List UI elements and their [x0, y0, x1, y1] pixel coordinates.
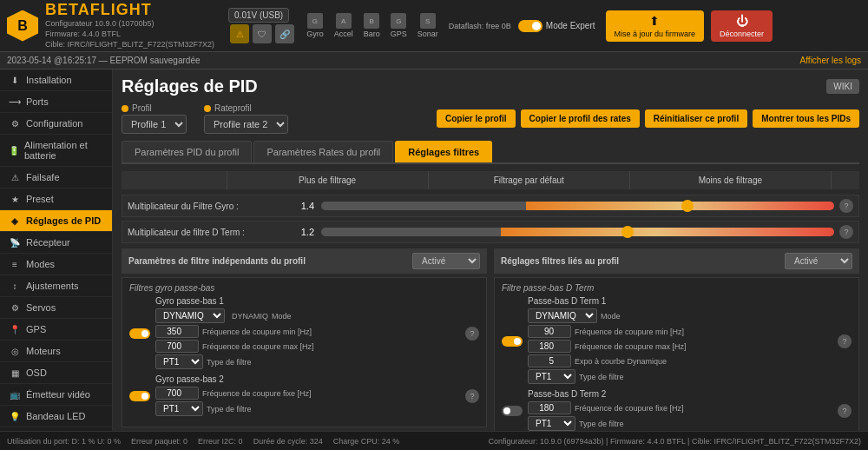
sidebar-item-motors[interactable]: ◎ Moteurs — [0, 341, 112, 362]
tab-pid[interactable]: Paramètres PID du profil — [122, 141, 252, 162]
dterm-lp1-freq-max-input[interactable] — [528, 340, 571, 353]
gyro-lp1-mode-row: DYNAMIQ PT1 BIQUAD DYNAMIQ Mode — [155, 308, 455, 323]
sidebar-item-servos[interactable]: ⚙ Servos — [0, 297, 112, 319]
sidebar-item-gps[interactable]: 📍 GPS — [0, 319, 112, 341]
gyro-lp1-freq-min-input[interactable] — [155, 325, 199, 338]
sidebar-item-led[interactable]: 💡 Bandeau LED — [0, 406, 112, 427]
dterm-lp1-freq-max-row: Fréquence de coupure max [Hz] — [528, 340, 827, 353]
logo-sub2: Firmware: 4.4.0 BTFL — [45, 30, 214, 40]
dterm-lp1-toggle[interactable] — [502, 336, 523, 347]
gyro-lp1-freq-max-input[interactable] — [155, 340, 199, 353]
wiki-button[interactable]: WIKI — [826, 79, 859, 94]
dterm-lp2-type-label: Type de filtre — [579, 420, 624, 428]
copy-profile-button[interactable]: Copier le profil — [437, 109, 516, 128]
sidebar-item-ports[interactable]: ⟶ Ports — [0, 91, 112, 113]
sidebar-item-preset[interactable]: ★ Preset — [0, 189, 112, 210]
gyro-lp1-help[interactable]: ? — [465, 327, 479, 341]
dterm-lp1-freq-min-input[interactable] — [528, 325, 571, 338]
show-all-pids-button[interactable]: Montrer tous les PIDs — [753, 109, 859, 128]
dterm-lp2-help[interactable]: ? — [838, 404, 852, 418]
sidebar-item-adjustments[interactable]: ↕ Ajustements — [0, 275, 112, 297]
gyro-lp2-help[interactable]: ? — [465, 389, 479, 403]
preset-icon: ★ — [9, 195, 21, 204]
mode-expert-toggle[interactable]: Mode Expert — [518, 20, 595, 32]
dterm-lp1-type-select[interactable]: PT1 BIQUAD — [528, 369, 575, 384]
gyro-lp1-mode-select[interactable]: DYNAMIQ PT1 BIQUAD — [155, 308, 225, 323]
dterm-lp1-freq-min-row: Fréquence de coupure min [Hz] — [528, 325, 827, 338]
tab-rates[interactable]: Paramètres Rates du profil — [253, 141, 393, 162]
dterm-lp1-mode-row: DYNAMIQ PT1 Mode — [528, 308, 827, 323]
gyro-icon: G — [307, 13, 323, 29]
show-logs-link[interactable]: Afficher les logs — [800, 56, 861, 65]
receiver-icon: 📡 — [9, 238, 21, 248]
gyro-lp2-toggle[interactable] — [129, 391, 150, 401]
dterm-lp1-mode-select[interactable]: DYNAMIQ PT1 — [528, 308, 597, 323]
gyro-slider-container — [321, 199, 834, 213]
rateprofil-label: Rateprofil — [204, 103, 288, 113]
gyro-multiplier-help[interactable]: ? — [839, 199, 853, 213]
dterm-lp2-freq-input[interactable] — [528, 401, 571, 414]
page-title: Réglages de PID — [122, 76, 258, 96]
firmware-update-button[interactable]: ⬆ Mise à jour du firmware — [606, 10, 705, 42]
profile-group: Profil Profile 1 Profile 2 Profile 3 — [122, 103, 187, 134]
sidebar-item-configuration[interactable]: ⚙ Configuration — [0, 113, 112, 135]
dterm-lp2-type-select[interactable]: PT1 BIQUAD — [528, 416, 575, 431]
copy-rates-button[interactable]: Copier le profil des rates — [521, 109, 640, 128]
gyro-lp2-type-select[interactable]: PT1 BIQUAD — [155, 401, 203, 416]
logo-sub1: Configurateur 10.9.0 (10700b5) — [45, 19, 214, 30]
sidebar-item-installation[interactable]: ⬇ Installation — [0, 69, 112, 91]
tab-filters[interactable]: Réglages filtres — [395, 141, 492, 162]
sidebar-item-vtx[interactable]: 📺 Émetteur vidéo — [0, 384, 112, 406]
sensor-gps: G GPS — [391, 13, 407, 38]
dterm-lp2-toggle[interactable] — [502, 406, 523, 416]
gyro-lp1-title: Gyro passe-bas 1 — [155, 296, 455, 306]
dterm-multiplier-help[interactable]: ? — [839, 225, 853, 239]
save-status: 2023-05-14 @16:25:17 — EEPROM sauvegardé… — [7, 56, 201, 65]
dterm-lp1-expo-input[interactable] — [528, 354, 571, 367]
independent-active-select[interactable]: Activé Désactivé — [412, 253, 480, 269]
sidebar-item-power[interactable]: 🔋 Alimentation et batterie — [0, 135, 112, 167]
firmware-info: Configurateur: 10.9.0 (69794a3b) | Firmw… — [488, 437, 861, 446]
sidebar-item-modes[interactable]: ≡ Modes — [0, 254, 112, 275]
sidebar-item-osd[interactable]: ▦ OSD — [0, 362, 112, 384]
sidebar-item-receiver[interactable]: 📡 Récepteur — [0, 232, 112, 254]
battery-display: 0.01V (USB) — [228, 8, 289, 23]
gyro-lp1-mode-label: DYNAMIQ — [232, 312, 268, 321]
main-layout: ⬇ Installation ⟶ Ports ⚙ Configuration 🔋… — [0, 69, 868, 431]
disconnect-button[interactable]: ⏻ Déconnecter — [711, 10, 773, 42]
servos-icon: ⚙ — [9, 303, 21, 313]
dterm-lp1-type-label: Type de filtre — [579, 373, 624, 381]
sensor-accel: A Accel — [334, 13, 353, 38]
dterm-multiplier-slider[interactable] — [321, 228, 834, 236]
gyro-lp1-content: Gyro passe-bas 1 DYNAMIQ PT1 BIQUAD DYNA… — [155, 296, 455, 371]
gyro-lowpass-title: Filtres gyro passe-bas — [129, 283, 479, 293]
sidebar-item-failsafe[interactable]: ⚠ Failsafe — [0, 167, 112, 189]
sub-bar: 2023-05-14 @16:25:17 — EEPROM sauvegardé… — [0, 52, 868, 69]
profile-select[interactable]: Profile 1 Profile 2 Profile 3 — [122, 115, 187, 134]
sensor-sonar: S Sonar — [418, 13, 438, 38]
gyro-lp2-item: Gyro passe-bas 2 Fréquence de coupure fi… — [129, 374, 479, 418]
gyro-lp1-toggle[interactable] — [129, 328, 150, 339]
profile-label: Profil — [122, 103, 187, 113]
dterm-lp1-expo-label: Expo à courbe Dynamique — [575, 357, 667, 366]
profile-active-select[interactable]: Activé Désactivé — [785, 253, 852, 269]
gyro-multiplier-value: 1.4 — [284, 201, 314, 211]
dterm-lp2-type-row: PT1 BIQUAD Type de filtre — [528, 416, 827, 431]
independent-section-title: Paramètres de filtre indépendants du pro… — [128, 256, 306, 266]
expert-toggle-switch[interactable] — [518, 20, 542, 32]
filter-header-less: Moins de filtrage — [630, 171, 832, 189]
installation-icon: ⬇ — [9, 76, 21, 85]
sonar-icon: S — [420, 13, 436, 29]
dterm-lp1-help[interactable]: ? — [838, 334, 852, 348]
dterm-lp1-freq-min-label: Fréquence de coupure min [Hz] — [575, 328, 684, 336]
gyro-multiplier-row: Multiplicateur du Filtre Gyro : 1.4 ? — [122, 195, 859, 217]
sidebar-item-pid[interactable]: ◈ Réglages de PID — [0, 210, 112, 232]
rateprofil-select[interactable]: Profile rate 1 Profile rate 2 Profile ra… — [204, 115, 288, 134]
reset-profile-button[interactable]: Réinitialiser ce profil — [645, 109, 747, 128]
gyro-lp1-type-inline: Mode — [272, 312, 292, 321]
gyro-multiplier-slider[interactable] — [321, 202, 834, 210]
gyro-lp1-type-select[interactable]: PT1 BIQUAD — [155, 354, 203, 369]
gyro-lp2-freq-input[interactable] — [155, 387, 199, 400]
gyro-lp2-title: Gyro passe-bas 2 — [155, 374, 455, 384]
link-icon: 🔗 — [275, 24, 294, 43]
